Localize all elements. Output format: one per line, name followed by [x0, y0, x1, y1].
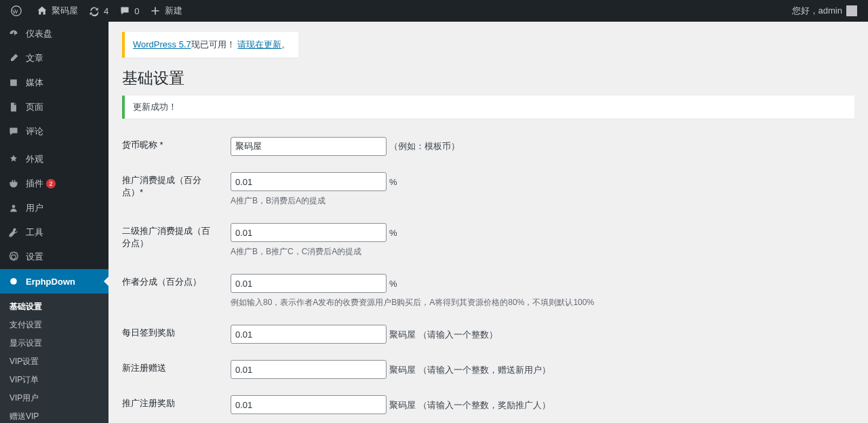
updates-link[interactable]: 4	[83, 0, 114, 22]
content-area: WordPress 5.7现已可用！ 请现在更新。 基础设置 更新成功！ 货币昵…	[108, 22, 868, 423]
sidebar-item-tool[interactable]: 工具	[0, 220, 108, 245]
success-notice: 更新成功！	[122, 96, 854, 119]
page-title: 基础设置	[122, 68, 854, 89]
erphpdown-submenu: 基础设置支付设置显示设置VIP设置VIP订单VIP用户赠送VIP充值扣钱充值统计…	[0, 294, 108, 423]
svg-point-1	[10, 278, 17, 285]
sidebar-item-label: 评论	[26, 125, 43, 138]
currency-label: 货币昵称 *	[122, 129, 224, 164]
author-ratio-label: 作者分成（百分点）	[122, 266, 224, 317]
wp-version-link[interactable]: WordPress 5.7	[133, 39, 191, 49]
sidebar-item-plugin[interactable]: 插件2	[0, 172, 108, 196]
promo-reg-reward-input[interactable]	[231, 395, 387, 414]
comment-icon	[119, 5, 130, 16]
sidebar-item-label: 媒体	[26, 77, 43, 89]
admin-sidebar: 仪表盘文章媒体页面评论外观插件2用户工具设置 ErphpDown 基础设置支付设…	[0, 22, 108, 423]
signin-reward-input[interactable]	[231, 325, 387, 344]
tool-icon	[7, 226, 20, 239]
page-icon	[7, 100, 20, 114]
wp-logo-button[interactable]	[5, 0, 31, 22]
sidebar-item-comment[interactable]: 评论	[0, 119, 108, 144]
site-name: 聚码屋	[52, 5, 78, 17]
sidebar-item-label: ErphpDown	[26, 277, 75, 287]
dashboard-icon	[7, 27, 20, 41]
sidebar-item-media[interactable]: 媒体	[0, 70, 108, 95]
sidebar-item-post[interactable]: 文章	[0, 46, 108, 70]
sidebar-item-label: 文章	[26, 52, 43, 64]
sidebar-item-label: 外观	[26, 153, 43, 165]
sidebar-item-label: 仪表盘	[26, 28, 52, 40]
wordpress-icon	[11, 5, 22, 16]
submenu-item[interactable]: 显示设置	[0, 334, 108, 352]
greeting-text: 您好，admin	[792, 5, 842, 17]
currency-input[interactable]	[231, 137, 387, 156]
comments-count: 0	[134, 6, 139, 16]
promo-ratio-label: 推广消费提成（百分点）*	[122, 164, 224, 215]
comments-link[interactable]: 0	[114, 0, 144, 22]
sidebar-item-page[interactable]: 页面	[0, 95, 108, 119]
comment-icon	[7, 125, 20, 138]
sidebar-item-label: 页面	[26, 101, 43, 113]
media-icon	[7, 76, 20, 89]
signin-reward-hint: 聚码屋 （请输入一个整数）	[389, 329, 498, 340]
promo-reg-reward-label: 推广注册奖励	[122, 387, 224, 422]
submenu-item[interactable]: VIP设置	[0, 352, 108, 371]
new-label: 新建	[165, 5, 182, 17]
svg-point-0	[12, 6, 21, 16]
lvl2-ratio-hint: A推广B，B推广C，C消费后A的提成	[231, 245, 848, 258]
author-ratio-hint: 例如输入80，表示作者A发布的收费资源用户B购买后，A将得到其资源价格的80%，…	[231, 296, 848, 308]
updates-count: 4	[104, 6, 108, 16]
user-greeting-link[interactable]: 您好，admin	[787, 0, 863, 22]
sidebar-item-settings[interactable]: 设置	[0, 245, 108, 269]
sidebar-item-label: 插件	[26, 178, 43, 190]
refresh-icon	[89, 5, 100, 16]
lvl2-ratio-input[interactable]	[231, 223, 387, 242]
submenu-item[interactable]: 赠送VIP	[0, 407, 108, 423]
promo-ratio-input[interactable]	[231, 172, 387, 191]
sidebar-item-user[interactable]: 用户	[0, 196, 108, 220]
settings-icon	[7, 250, 20, 264]
home-icon	[37, 5, 47, 16]
sidebar-item-label: 用户	[26, 202, 43, 214]
register-gift-hint: 聚码屋 （请输入一个整数，赠送新用户）	[389, 365, 551, 375]
avatar	[846, 5, 857, 16]
update-badge: 2	[46, 179, 56, 188]
promo-reg-reward-hint: 聚码屋 （请输入一个整数，奖励推广人）	[389, 400, 551, 410]
promo-ratio-hint: A推广B，B消费后A的提成	[231, 195, 848, 207]
register-gift-input[interactable]	[231, 360, 387, 379]
site-name-link[interactable]: 聚码屋	[31, 0, 83, 22]
wp-update-notice: WordPress 5.7现已可用！ 请现在更新。	[122, 32, 298, 58]
submenu-item[interactable]: 支付设置	[0, 316, 108, 334]
submenu-item[interactable]: 基础设置	[0, 298, 108, 316]
sidebar-item-label: 工具	[26, 226, 43, 239]
lvl2-ratio-label: 二级推广消费提成（百分点）	[122, 215, 224, 266]
new-content-link[interactable]: 新建	[144, 0, 188, 22]
sidebar-item-label: 设置	[26, 251, 43, 263]
appearance-icon	[7, 153, 20, 166]
sidebar-item-appearance[interactable]: 外观	[0, 147, 108, 172]
signin-reward-label: 每日签到奖励	[122, 317, 224, 352]
submenu-item[interactable]: VIP用户	[0, 389, 108, 407]
author-ratio-input[interactable]	[231, 274, 387, 293]
register-gift-label: 新注册赠送	[122, 352, 224, 387]
sidebar-item-dashboard[interactable]: 仪表盘	[0, 22, 108, 46]
user-icon	[7, 201, 20, 215]
plus-icon	[150, 5, 161, 16]
sidebar-item-erphpdown[interactable]: ErphpDown	[0, 269, 108, 294]
post-icon	[7, 52, 20, 65]
generic-icon	[7, 275, 20, 288]
settings-form: 货币昵称 * （例如：模板币） 推广消费提成（百分点）* %A推广B，B消费后A…	[122, 129, 854, 423]
admin-toolbar: 聚码屋 4 0 新建 您好，admin	[0, 0, 868, 22]
update-now-link[interactable]: 请现在更新	[237, 39, 281, 49]
plugin-icon	[7, 177, 20, 190]
submenu-item[interactable]: VIP订单	[0, 371, 108, 389]
currency-hint: （例如：模板币）	[389, 141, 460, 151]
